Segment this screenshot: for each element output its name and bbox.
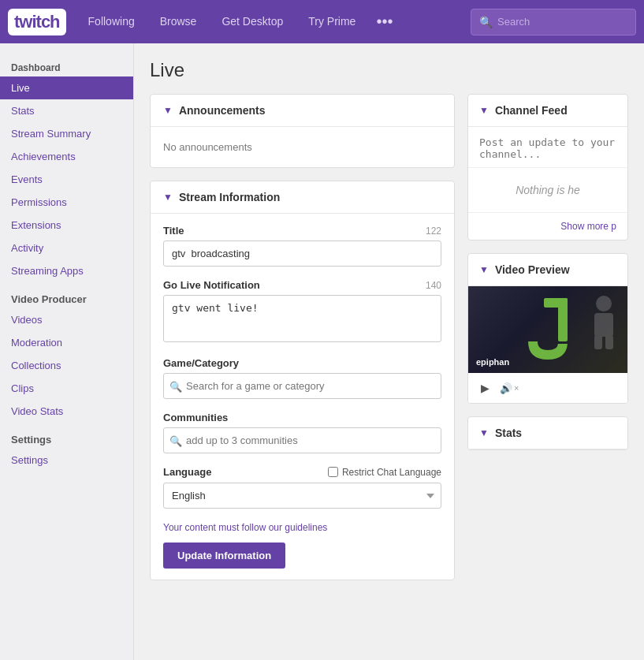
right-column: ▼ Channel Feed Nothing is he Show more p… [455, 94, 628, 593]
mute-icon: × [514, 383, 519, 393]
sidebar-item-stats[interactable]: Stats [0, 99, 133, 122]
video-producer-title: Video Producer [0, 282, 133, 308]
more-menu-button[interactable]: ••• [370, 0, 399, 43]
go-live-input[interactable]: gtv went live! [163, 295, 441, 342]
sidebar-item-activity[interactable]: Activity [0, 237, 133, 259]
stream-info-body: Title 122 Go Live Notification 140 gtv w… [151, 214, 454, 580]
sidebar-item-events[interactable]: Events [0, 168, 133, 191]
stats-title: Stats [495, 427, 522, 439]
nothing-text: Nothing is he [516, 184, 580, 196]
communities-label-row: Communities [163, 412, 441, 423]
update-information-button[interactable]: Update Information [163, 543, 285, 569]
sidebar-item-settings[interactable]: Settings [0, 449, 133, 472]
restrict-chat-checkbox[interactable] [328, 467, 338, 477]
show-more-link[interactable]: Show more p [468, 212, 627, 240]
sidebar-item-collections[interactable]: Collections [0, 354, 133, 377]
language-group: Language Restrict Chat Language English [163, 466, 441, 509]
language-select[interactable]: English [163, 483, 441, 509]
channel-feed-caret-icon: ▼ [479, 105, 489, 116]
channel-feed-title: Channel Feed [495, 104, 568, 117]
page-layout: Dashboard Live Stats Stream Summary Achi… [0, 43, 644, 660]
page-title: Live [150, 59, 628, 81]
sidebar-item-stream-summary[interactable]: Stream Summary [0, 122, 133, 145]
main-content: Live ▼ Announcements No announcements [134, 43, 644, 660]
stream-info-panel: ▼ Stream Information Title 122 [150, 181, 455, 580]
logo-text: twitch [14, 12, 60, 32]
title-label-row: Title 122 [163, 225, 441, 237]
sidebar-item-live[interactable]: Live [0, 76, 133, 99]
video-preview-panel: ▼ Video Preview [467, 253, 628, 404]
volume-icon: 🔊 [500, 382, 512, 394]
game-category-group: Game/Category 🔍 [163, 357, 441, 399]
go-live-group: Go Live Notification 140 gtv went live! [163, 279, 441, 345]
sidebar-item-streaming-apps[interactable]: Streaming Apps [0, 259, 133, 282]
announcements-caret-icon: ▼ [163, 105, 173, 116]
nav-browse[interactable]: Browse [149, 0, 208, 43]
announcements-title: Announcements [179, 104, 266, 117]
sidebar-item-moderation[interactable]: Moderation [0, 331, 133, 354]
left-column: ▼ Announcements No announcements ▼ Strea… [150, 94, 455, 593]
communities-search-icon: 🔍 [169, 434, 182, 446]
stats-header[interactable]: ▼ Stats [468, 417, 627, 449]
nav-get-desktop[interactable]: Get Desktop [210, 0, 294, 43]
video-preview-header[interactable]: ▼ Video Preview [468, 254, 627, 286]
sidebar-item-videos[interactable]: Videos [0, 308, 133, 331]
game-search-wrap: 🔍 [163, 373, 441, 399]
search-box: 🔍 [471, 9, 636, 35]
play-button[interactable]: ▶ [476, 379, 493, 397]
announcements-body: No announcements [151, 127, 454, 167]
nav-following[interactable]: Following [77, 0, 146, 43]
sidebar-item-clips[interactable]: Clips [0, 377, 133, 400]
nav-try-prime[interactable]: Try Prime [297, 0, 367, 43]
go-live-counter: 140 [426, 280, 441, 291]
search-icon: 🔍 [479, 16, 493, 28]
stream-info-header[interactable]: ▼ Stream Information [151, 181, 454, 214]
sidebar-item-video-stats[interactable]: Video Stats [0, 400, 133, 423]
go-live-label: Go Live Notification [163, 279, 260, 291]
stats-caret-icon: ▼ [479, 427, 489, 438]
communities-input[interactable] [163, 427, 441, 453]
announcements-panel: ▼ Announcements No announcements [150, 94, 455, 168]
search-input[interactable] [497, 16, 624, 28]
restrict-chat-text: Restrict Chat Language [342, 467, 441, 478]
communities-label: Communities [163, 412, 228, 423]
announcements-header[interactable]: ▼ Announcements [151, 95, 454, 127]
sidebar-item-permissions[interactable]: Permissions [0, 191, 133, 214]
video-controls: ▶ 🔊 × [468, 373, 627, 403]
top-navigation: twitch Following Browse Get Desktop Try … [0, 0, 644, 43]
settings-section-title: Settings [0, 423, 133, 449]
channel-feed-panel: ▼ Channel Feed Nothing is he Show more p [467, 94, 628, 241]
sidebar-item-achievements[interactable]: Achievements [0, 145, 133, 168]
restrict-chat-label[interactable]: Restrict Chat Language [328, 467, 441, 478]
svg-rect-1 [558, 298, 568, 341]
channel-feed-input[interactable] [468, 127, 627, 165]
content-columns: ▼ Announcements No announcements ▼ Strea… [150, 94, 628, 593]
channel-feed-header[interactable]: ▼ Channel Feed [468, 95, 627, 127]
title-counter: 122 [426, 226, 441, 237]
sidebar: Dashboard Live Stats Stream Summary Achi… [0, 43, 134, 660]
svg-rect-3 [594, 313, 613, 337]
title-input[interactable] [163, 241, 441, 267]
twitch-logo[interactable]: twitch [8, 9, 66, 35]
channel-feed-empty: Nothing is he [468, 167, 627, 212]
svg-rect-4 [594, 335, 602, 349]
title-label: Title [163, 225, 184, 237]
no-announcements-text: No announcements [163, 138, 441, 156]
game-label-row: Game/Category [163, 357, 441, 369]
communities-search-wrap: 🔍 [163, 427, 441, 453]
stream-info-title: Stream Information [179, 191, 280, 203]
game-search-input[interactable] [163, 373, 441, 399]
dashboard-title: Dashboard [0, 54, 133, 76]
epiphan-j-logo [520, 298, 575, 361]
svg-point-2 [596, 296, 612, 311]
volume-control[interactable]: 🔊 × [500, 382, 519, 394]
video-preview-caret-icon: ▼ [479, 264, 489, 275]
guidelines-link[interactable]: Your content must follow our guidelines [163, 522, 327, 533]
video-thumbnail: epiphan [468, 286, 627, 373]
go-live-label-row: Go Live Notification 140 [163, 279, 441, 291]
game-search-icon: 🔍 [169, 380, 182, 392]
video-preview-title: Video Preview [495, 263, 570, 276]
person-silhouette [588, 294, 620, 349]
stream-info-caret-icon: ▼ [163, 192, 173, 203]
sidebar-item-extensions[interactable]: Extensions [0, 214, 133, 237]
